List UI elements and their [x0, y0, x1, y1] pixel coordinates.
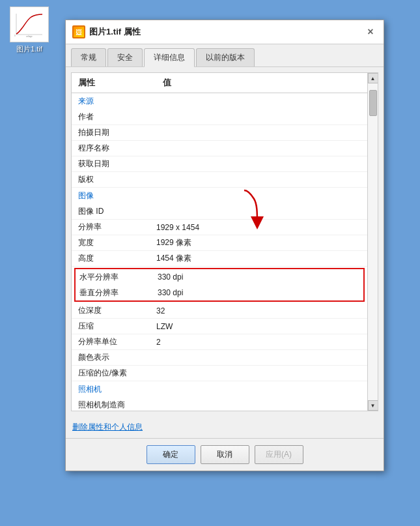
- prop-name-height: 高度: [78, 253, 156, 264]
- prop-author: 作者: [72, 110, 367, 125]
- prop-color-repr: 颜色表示: [72, 350, 367, 366]
- prop-name-acquire-date: 获取日期: [78, 158, 156, 169]
- prop-v-dpi: 垂直分辨率 330 dpi: [76, 285, 363, 300]
- prop-name-camera-make: 照相机制造商: [78, 400, 156, 411]
- prop-name-author: 作者: [78, 111, 156, 123]
- col-property-header: 属性: [78, 77, 163, 89]
- ok-button[interactable]: 确定: [147, 445, 195, 464]
- prop-name-resolution-unit: 分辨率单位: [78, 336, 156, 347]
- prop-name-copyright: 版权: [78, 174, 156, 185]
- thumbnail-image: 0 voltage Lum: [10, 7, 49, 42]
- table-content: 属性 值 来源 作者 拍摄日期 程序名称 获取日期: [72, 73, 367, 411]
- highlighted-dpi-rows: 水平分辨率 330 dpi 垂直分辨率 330 dpi: [74, 268, 365, 302]
- prop-copyright: 版权: [72, 172, 367, 188]
- prop-bit-depth: 位深度 32: [72, 303, 367, 319]
- prop-h-dpi: 水平分辨率 330 dpi: [76, 269, 363, 285]
- prop-name-program-name: 程序名称: [78, 143, 156, 154]
- properties-area: ▲ ▼ 属性 值 来源 作者 拍摄日: [71, 72, 378, 411]
- scroll-track: [369, 83, 378, 400]
- prop-val-bit-depth: 32: [156, 306, 361, 315]
- prop-program-name: 程序名称: [72, 141, 367, 156]
- prop-val-v-dpi: 330 dpi: [158, 288, 359, 297]
- svg-text:voltage: voltage: [26, 35, 33, 38]
- scrollbar[interactable]: ▲ ▼: [367, 73, 378, 411]
- tab-details[interactable]: 详细信息: [144, 48, 195, 67]
- properties-dialog: 图片1.tif 属性 × 常规 安全 详细信息 以前的版本 ▲ ▼: [65, 20, 384, 471]
- svg-rect-0: [13, 12, 46, 38]
- prop-val-width: 1929 像素: [156, 237, 361, 248]
- desktop: 0 voltage Lum 图片1.tif 图片1.tif 属性 × 常规 安全…: [0, 0, 420, 526]
- prop-name-color-repr: 颜色表示: [78, 352, 156, 363]
- tab-security[interactable]: 安全: [107, 48, 143, 66]
- prop-name-width: 宽度: [78, 237, 156, 248]
- prop-camera-make: 照相机制造商: [72, 398, 367, 411]
- prop-resolution: 分辨率 1929 x 1454: [72, 220, 367, 235]
- table-header: 属性 值: [72, 73, 367, 93]
- dialog-icon: [72, 25, 85, 38]
- prop-name-h-dpi: 水平分辨率: [79, 272, 158, 283]
- scroll-thumb[interactable]: [369, 90, 377, 116]
- prop-val-compression: LZW: [156, 322, 361, 331]
- prop-name-bits-per-pixel: 压缩的位/像素: [78, 368, 156, 379]
- cancel-button[interactable]: 取消: [201, 445, 249, 464]
- scroll-down-arrow[interactable]: ▼: [368, 400, 378, 411]
- prop-compression: 压缩 LZW: [72, 319, 367, 334]
- prop-acquire-date: 获取日期: [72, 156, 367, 172]
- prop-width: 宽度 1929 像素: [72, 235, 367, 251]
- prop-val-resolution-unit: 2: [156, 338, 361, 347]
- prop-name-photo-date: 拍摄日期: [78, 127, 156, 138]
- prop-val-resolution: 1929 x 1454: [156, 223, 361, 232]
- tab-previous-versions[interactable]: 以前的版本: [196, 48, 255, 66]
- scroll-up-arrow[interactable]: ▲: [368, 73, 378, 83]
- col-value-header: 值: [163, 77, 361, 89]
- delete-link[interactable]: 删除属性和个人信息: [66, 416, 384, 438]
- tab-bar: 常规 安全 详细信息 以前的版本: [66, 44, 384, 67]
- prop-name-v-dpi: 垂直分辨率: [79, 287, 158, 299]
- section-source: 来源: [72, 93, 367, 110]
- thumbnail-label: 图片1.tif: [7, 44, 52, 54]
- apply-button[interactable]: 应用(A): [255, 445, 303, 464]
- prop-val-height: 1454 像素: [156, 253, 361, 264]
- tab-general[interactable]: 常规: [71, 48, 106, 66]
- prop-name-resolution: 分辨率: [78, 222, 156, 233]
- section-image: 图像: [72, 188, 367, 204]
- prop-height: 高度 1454 像素: [72, 251, 367, 267]
- section-camera: 照相机: [72, 381, 367, 398]
- prop-name-image-id: 图像 ID: [78, 206, 156, 217]
- desktop-thumbnail: 0 voltage Lum 图片1.tif: [7, 7, 52, 54]
- bottom-buttons: 确定 取消 应用(A): [66, 438, 384, 471]
- title-bar: 图片1.tif 属性 ×: [66, 20, 384, 44]
- prop-resolution-unit: 分辨率单位 2: [72, 334, 367, 350]
- title-bar-left: 图片1.tif 属性: [72, 25, 141, 38]
- prop-name-bit-depth: 位深度: [78, 305, 156, 316]
- prop-photo-date: 拍摄日期: [72, 125, 367, 141]
- prop-image-id: 图像 ID: [72, 204, 367, 220]
- close-button[interactable]: ×: [364, 25, 377, 38]
- prop-val-h-dpi: 330 dpi: [158, 272, 359, 282]
- prop-bits-per-pixel: 压缩的位/像素: [72, 366, 367, 381]
- dialog-title: 图片1.tif 属性: [89, 26, 141, 38]
- prop-name-compression: 压缩: [78, 321, 156, 332]
